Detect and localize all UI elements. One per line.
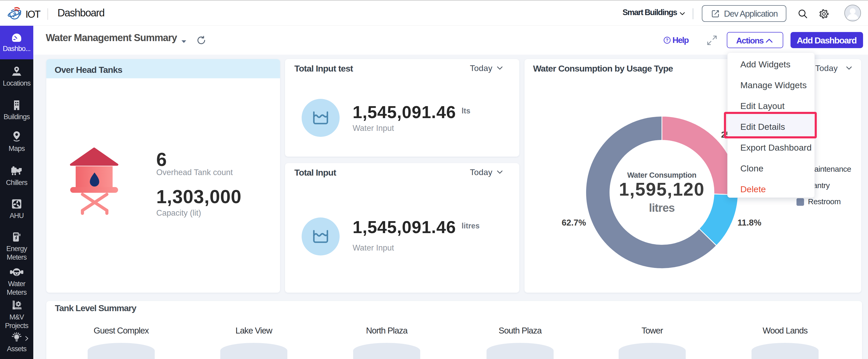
svg-text:?: ? <box>666 38 669 42</box>
